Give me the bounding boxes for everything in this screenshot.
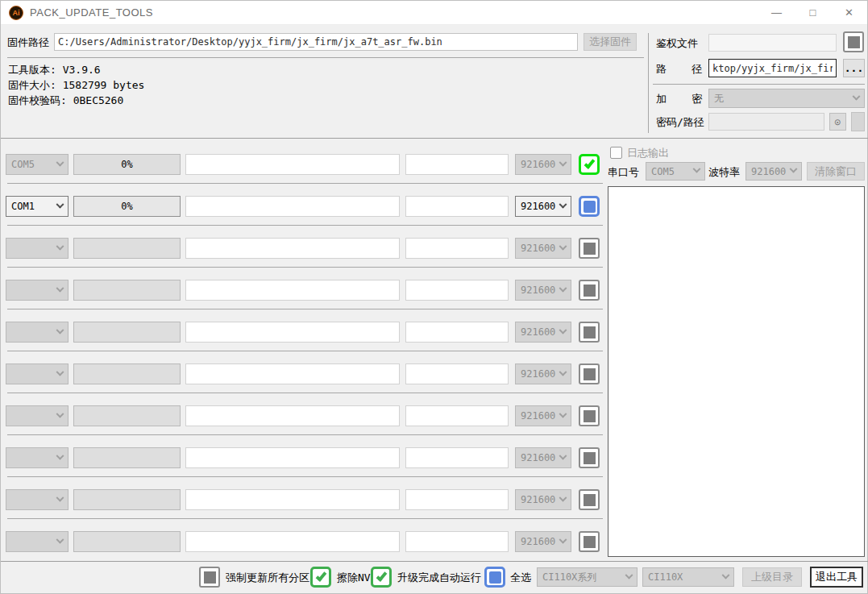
row-field-2[interactable] xyxy=(405,154,509,175)
row-field-2[interactable] xyxy=(405,531,509,552)
row-field-1[interactable] xyxy=(185,154,400,175)
series-select[interactable]: CI110X系列 xyxy=(537,567,638,587)
baud-select[interactable]: 921600 xyxy=(515,405,571,426)
baud-select[interactable]: 921600 xyxy=(515,322,571,343)
maximize-icon[interactable]: □ xyxy=(795,1,831,24)
row-checkbox[interactable] xyxy=(579,531,600,552)
row-field-2[interactable] xyxy=(405,196,509,217)
baud-select[interactable]: 921600 xyxy=(515,238,571,259)
row-checkbox[interactable] xyxy=(579,196,600,217)
minimize-icon[interactable]: — xyxy=(758,1,795,24)
progress-bar xyxy=(73,531,181,552)
baud-select[interactable]: 921600 xyxy=(515,280,571,301)
erase-nv-checkbox[interactable] xyxy=(310,567,331,588)
row-checkbox[interactable] xyxy=(579,280,600,301)
model-select[interactable]: CI110X xyxy=(642,567,734,587)
baud-rate-label: 波特率 xyxy=(708,166,740,179)
port-row: COM5 0% 921600 xyxy=(6,154,601,175)
log-baud-select[interactable]: 921600 xyxy=(745,162,802,181)
record-icon[interactable]: ⊙ xyxy=(829,113,846,131)
row-checkbox[interactable] xyxy=(579,363,600,384)
row-field-1[interactable] xyxy=(185,238,400,259)
force-update-checkbox[interactable] xyxy=(199,567,220,588)
password-path-input[interactable] xyxy=(708,113,824,131)
row-field-2[interactable] xyxy=(405,238,509,259)
auth-path-label: 路 径 xyxy=(656,63,702,76)
auth-file-input[interactable] xyxy=(708,34,837,52)
divider xyxy=(1,138,868,139)
row-field-1[interactable] xyxy=(185,280,400,301)
row-field-2[interactable] xyxy=(405,363,509,384)
select-all-label: 全选 xyxy=(510,571,531,584)
serial-port-select[interactable]: COM5 xyxy=(646,162,705,181)
port-select[interactable] xyxy=(6,322,69,343)
port-rows: COM5 0% 921600 COM1 0% xyxy=(6,154,601,573)
auth-file-checkbox[interactable] xyxy=(843,31,864,52)
port-select[interactable] xyxy=(6,238,69,259)
select-firmware-button[interactable]: 选择固件 xyxy=(584,33,637,51)
row-field-1[interactable] xyxy=(185,322,400,343)
firmware-checksum-text: 固件校验码: 0BEC5260 xyxy=(8,93,123,108)
force-update-label: 强制更新所有分区 xyxy=(226,571,309,584)
select-all-checkbox[interactable] xyxy=(484,567,505,588)
clear-window-button[interactable]: 清除窗口 xyxy=(807,162,865,181)
baud-select[interactable]: 921600 xyxy=(515,447,571,468)
progress-text: 0% xyxy=(121,159,132,170)
password-extra-button[interactable] xyxy=(851,112,865,131)
row-checkbox[interactable] xyxy=(579,489,600,510)
progress-bar: 0% xyxy=(73,154,181,175)
row-field-2[interactable] xyxy=(405,280,509,301)
row-field-2[interactable] xyxy=(405,405,509,426)
row-field-2[interactable] xyxy=(405,447,509,468)
exit-tool-button[interactable]: 退出工具 xyxy=(810,567,863,588)
log-output-checkbox[interactable] xyxy=(610,147,622,159)
browse-button[interactable]: ... xyxy=(843,59,865,77)
tool-version-text: 工具版本: V3.9.6 xyxy=(8,63,101,77)
port-select[interactable]: COM5 xyxy=(6,154,69,175)
port-select[interactable] xyxy=(6,363,69,384)
baud-select[interactable]: 921600 xyxy=(515,489,571,510)
log-output-area[interactable] xyxy=(608,186,865,557)
port-select[interactable]: COM1 xyxy=(6,196,69,217)
port-row: 921600 xyxy=(6,447,601,468)
divider xyxy=(653,84,865,85)
chevron-down-icon xyxy=(56,158,64,166)
auto-run-label: 升级完成自动运行 xyxy=(397,571,481,584)
row-checkbox[interactable] xyxy=(579,154,600,175)
row-field-2[interactable] xyxy=(405,322,509,343)
port-select[interactable] xyxy=(6,531,69,552)
row-field-1[interactable] xyxy=(185,196,400,217)
row-field-1[interactable] xyxy=(185,489,400,510)
row-field-2[interactable] xyxy=(405,489,509,510)
parent-directory-button[interactable]: 上级目录 xyxy=(742,567,802,587)
baud-select[interactable]: 921600 xyxy=(515,531,571,552)
chevron-down-icon xyxy=(559,368,567,376)
firmware-path-label: 固件路径 xyxy=(7,36,49,49)
row-checkbox[interactable] xyxy=(579,405,600,426)
port-select[interactable] xyxy=(6,489,69,510)
encrypt-select[interactable]: 无 xyxy=(708,89,865,108)
row-checkbox[interactable] xyxy=(579,238,600,259)
port-select[interactable] xyxy=(6,280,69,301)
row-field-1[interactable] xyxy=(185,363,400,384)
row-checkbox[interactable] xyxy=(579,447,600,468)
baud-select[interactable]: 921600 xyxy=(515,154,571,175)
chevron-down-icon xyxy=(56,284,64,292)
firmware-path-input[interactable] xyxy=(54,33,578,51)
port-row: 921600 xyxy=(6,405,601,426)
port-row: COM1 0% 921600 xyxy=(6,196,601,217)
baud-select[interactable]: 921600 xyxy=(515,196,571,217)
row-field-1[interactable] xyxy=(185,447,400,468)
auto-run-checkbox[interactable] xyxy=(371,567,392,588)
progress-bar xyxy=(73,238,181,259)
baud-select[interactable]: 921600 xyxy=(515,363,571,384)
row-field-1[interactable] xyxy=(185,531,400,552)
close-icon[interactable]: ✕ xyxy=(831,1,867,24)
port-select[interactable] xyxy=(6,447,69,468)
chevron-down-icon xyxy=(853,92,861,100)
auth-path-input[interactable] xyxy=(708,59,837,77)
port-select[interactable] xyxy=(6,405,69,426)
row-field-1[interactable] xyxy=(185,405,400,426)
chevron-down-icon xyxy=(559,535,567,543)
row-checkbox[interactable] xyxy=(579,322,600,343)
